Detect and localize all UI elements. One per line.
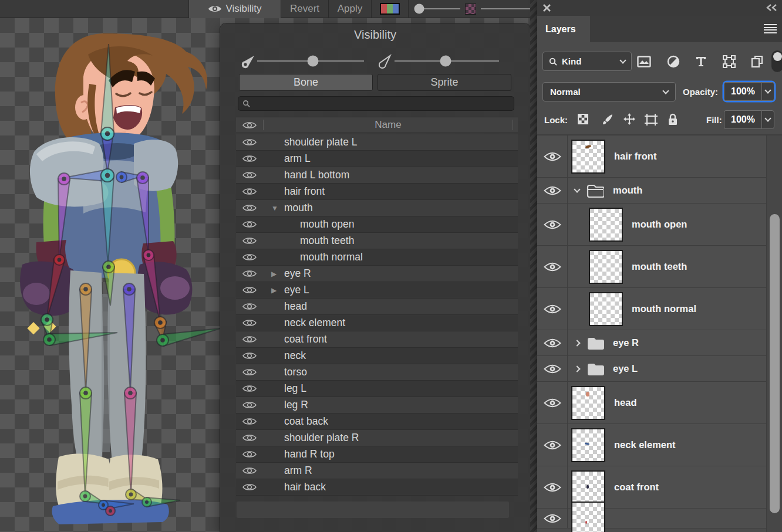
lock-position-move-icon[interactable] — [623, 113, 636, 126]
visibility-row[interactable]: neck element — [236, 315, 518, 331]
visibility-row[interactable]: hair back — [236, 479, 518, 496]
visibility-eye-toggle[interactable] — [236, 450, 263, 459]
sprite-opacity-slider[interactable] — [395, 60, 499, 62]
visibility-eye-toggle[interactable] — [236, 187, 263, 196]
visibility-toolbar-button[interactable]: Visibility — [189, 0, 281, 18]
visibility-row[interactable]: coat back — [236, 414, 518, 430]
toolbar-secondary-slider[interactable] — [481, 8, 531, 9]
toolbar-opacity-slider[interactable] — [419, 8, 460, 9]
blend-mode-select[interactable]: Normal — [542, 82, 676, 101]
panel-menu-icon[interactable] — [764, 24, 777, 33]
layer-eye-toggle[interactable] — [537, 466, 568, 508]
tab-layers[interactable]: Layers — [537, 16, 590, 42]
visibility-eye-toggle[interactable] — [236, 204, 263, 212]
lock-all-icon[interactable] — [668, 113, 678, 126]
visibility-eye-toggle[interactable] — [236, 417, 263, 426]
layer-row[interactable]: eye R — [537, 330, 766, 356]
tab-sprite[interactable]: Sprite — [377, 74, 511, 91]
expander-triangle[interactable]: ▶ — [271, 286, 284, 294]
layers-scrollbar-track[interactable] — [766, 135, 782, 532]
opacity-value-field[interactable]: 100% — [724, 82, 761, 101]
layer-row[interactable] — [537, 509, 766, 528]
layer-eye-toggle[interactable] — [537, 509, 568, 528]
visibility-row[interactable]: hair front — [236, 184, 518, 200]
opacity-dropdown-button[interactable] — [761, 82, 774, 101]
layer-thumbnail[interactable] — [571, 428, 605, 462]
layer-thumbnail[interactable] — [571, 140, 605, 174]
layer-row[interactable]: hair front — [537, 135, 766, 178]
visibility-row[interactable]: head — [236, 299, 518, 315]
layer-eye-toggle[interactable] — [537, 382, 568, 423]
layer-eye-toggle[interactable] — [537, 356, 568, 381]
visibility-eye-toggle[interactable] — [236, 154, 263, 163]
chevron-right-icon[interactable] — [574, 365, 580, 372]
lock-transparency-icon[interactable] — [578, 114, 588, 124]
layer-thumbnail[interactable] — [571, 386, 605, 420]
layer-row[interactable]: eye L — [537, 356, 766, 382]
visibility-row[interactable]: torso — [236, 364, 518, 381]
visibility-eye-toggle[interactable] — [236, 335, 263, 344]
search-box[interactable] — [238, 96, 514, 111]
visibility-eye-toggle[interactable] — [236, 483, 263, 492]
layer-eye-toggle[interactable] — [537, 178, 568, 203]
visibility-eye-toggle[interactable] — [236, 220, 263, 229]
layer-thumbnail[interactable] — [571, 470, 605, 504]
visibility-row[interactable]: leg L — [236, 381, 518, 397]
apply-button[interactable]: Apply — [329, 0, 371, 18]
filter-toggle-switch[interactable] — [771, 50, 782, 72]
visibility-eye-toggle[interactable] — [236, 318, 263, 327]
visibility-eye-toggle[interactable] — [236, 302, 263, 311]
visibility-row[interactable]: neck — [236, 348, 518, 364]
visibility-row[interactable]: ▼ mouth — [236, 200, 518, 216]
visibility-eye-toggle[interactable] — [236, 433, 263, 442]
smart-object-filter-icon[interactable] — [751, 55, 764, 68]
fill-value-field[interactable]: 100% — [724, 110, 761, 129]
visibility-row[interactable]: mouth teeth — [236, 233, 518, 249]
lock-artboard-icon[interactable] — [644, 113, 658, 126]
layer-eye-toggle[interactable] — [537, 246, 568, 287]
close-icon[interactable] — [543, 4, 551, 12]
pattern-swatch[interactable] — [465, 4, 476, 15]
layer-thumbnail[interactable] — [589, 250, 623, 284]
visibility-row[interactable]: coat front — [236, 331, 518, 348]
visibility-row[interactable]: hand L bottom — [236, 167, 518, 184]
visibility-row[interactable]: arm L — [236, 151, 518, 167]
visibility-eye-toggle[interactable] — [236, 351, 263, 360]
layer-thumbnail[interactable] — [589, 292, 623, 326]
visibility-row[interactable]: shoulder plate L — [236, 134, 518, 151]
visibility-eye-toggle[interactable] — [236, 286, 263, 294]
kind-filter-dropdown[interactable]: Kind — [542, 52, 632, 71]
visibility-eye-toggle[interactable] — [236, 171, 263, 179]
visibility-row[interactable]: mouth open — [236, 216, 518, 233]
visibility-row[interactable]: leg R — [236, 397, 518, 414]
layer-row[interactable]: mouth open — [537, 204, 766, 246]
layer-row[interactable]: head — [537, 382, 766, 424]
expander-triangle[interactable]: ▶ — [271, 270, 284, 278]
layer-thumbnail[interactable] — [571, 501, 605, 532]
pixel-layer-filter-icon[interactable] — [637, 56, 651, 67]
chevron-right-icon[interactable] — [574, 340, 580, 346]
visibility-eye-toggle[interactable] — [236, 384, 263, 393]
layer-eye-toggle[interactable] — [537, 424, 568, 466]
layer-row[interactable]: mouth normal — [537, 288, 766, 330]
expander-triangle[interactable]: ▼ — [271, 204, 284, 212]
bone-color-swatch[interactable] — [380, 3, 400, 15]
layer-row[interactable]: mouth — [537, 178, 766, 204]
adjustment-layer-filter-icon[interactable] — [667, 55, 680, 68]
visibility-eye-toggle[interactable] — [236, 269, 263, 278]
visibility-row[interactable]: ▶ eye L — [236, 282, 518, 299]
layers-scrollbar-thumb[interactable] — [770, 214, 780, 513]
layer-row[interactable]: neck element — [537, 424, 766, 466]
fill-dropdown-button[interactable] — [761, 110, 774, 129]
revert-button[interactable]: Revert — [281, 0, 328, 18]
toolbar-opacity-slider-knob[interactable] — [414, 4, 424, 14]
chevron-down-icon[interactable] — [574, 186, 580, 192]
visibility-eye-toggle[interactable] — [236, 253, 263, 262]
collapse-panel-icon[interactable] — [766, 4, 777, 11]
bone-opacity-slider[interactable] — [257, 60, 364, 62]
visibility-row[interactable]: ▶ eye R — [236, 266, 518, 282]
visibility-eye-toggle[interactable] — [236, 236, 263, 245]
visibility-eye-toggle[interactable] — [236, 466, 263, 475]
lock-pixels-brush-icon[interactable] — [602, 113, 614, 125]
layer-eye-toggle[interactable] — [537, 204, 568, 245]
